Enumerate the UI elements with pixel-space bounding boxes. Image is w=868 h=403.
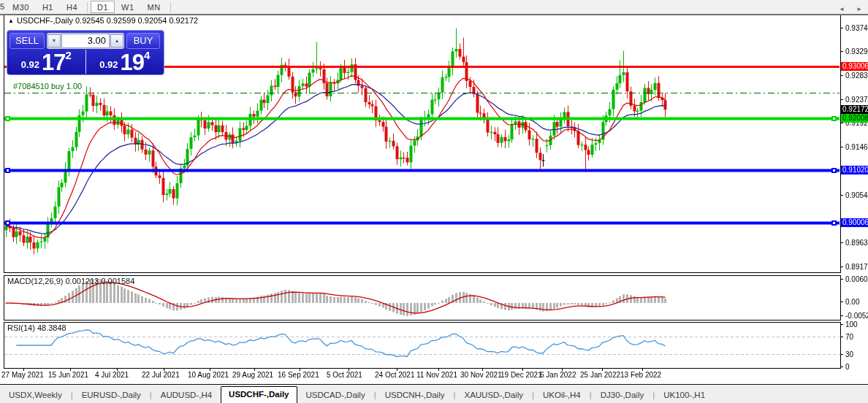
price-badge: 0.90006 <box>841 218 868 227</box>
sell-price-pip: 2 <box>65 50 71 61</box>
sell-button[interactable]: SELL <box>9 33 45 49</box>
date-label: 25 Jan 2022 <box>580 371 620 379</box>
rsi-tick-label: 100 <box>845 321 858 329</box>
price-tick-label: 0.93290 <box>845 47 868 55</box>
rsi-tick-label: 70 <box>845 333 853 341</box>
one-click-trading-panel: SELL ▾ ▴ BUY 0.92 17 2 0.92 19 4 <box>7 30 164 75</box>
date-label: 19 Dec 2021 <box>500 371 542 379</box>
buy-price-base: 0.92 <box>99 58 118 72</box>
date-label: 6 Jan 2022 <box>540 371 576 379</box>
arrow-down-icon: ▾ <box>53 37 56 44</box>
price-badge: 0.91020 <box>841 166 868 174</box>
sell-price-base: 0.92 <box>21 58 39 72</box>
macd-tick-label: -0.00522 <box>845 312 868 320</box>
timeframe-button-m30[interactable]: M30 <box>6 1 36 13</box>
chart-tab-usdcnh-daily[interactable]: USDCNH-,Daily <box>376 388 454 403</box>
buy-price-big: 19 <box>120 53 143 72</box>
sell-price[interactable]: 0.92 17 2 <box>7 50 85 74</box>
sell-price-big: 17 <box>42 53 65 72</box>
chart-tabs-bar: USDX,Weekly|EURUSD-,Daily|AUDUSD-,H4USDC… <box>0 384 868 403</box>
chart-title-text: USDCHF-,Daily 0.92545 0.92599 0.92054 0.… <box>17 16 198 25</box>
date-label: 13 Feb 2022 <box>620 371 661 379</box>
timeframe-button-mn[interactable]: MN <box>141 1 167 13</box>
volume-spinner: ▾ ▴ <box>47 33 124 49</box>
timeframe-button-h4[interactable]: H4 <box>60 1 84 13</box>
price-tick-label: 0.91460 <box>845 143 868 151</box>
chart-title: ▲USDCHF-,Daily 0.92545 0.92599 0.92054 0… <box>8 16 198 25</box>
date-label: 22 Jul 2021 <box>142 371 180 379</box>
arrow-up-icon: ▴ <box>115 37 118 44</box>
date-label: 5 Oct 2021 <box>327 371 362 379</box>
toolbar-separator <box>87 2 88 12</box>
timeframe-button-w1[interactable]: W1 <box>115 1 141 13</box>
timeframe-button-h1[interactable]: H1 <box>36 1 60 13</box>
buy-button[interactable]: BUY <box>126 33 160 49</box>
volume-increase-button[interactable]: ▴ <box>110 34 123 47</box>
rsi-tick-label: 30 <box>845 350 853 358</box>
price-tick-label: 0.89630 <box>845 239 868 247</box>
tab-scroll-right-icon[interactable]: ► <box>856 6 862 12</box>
collapse-triangle-icon[interactable]: ▲ <box>8 18 14 24</box>
date-label: 29 Aug 2021 <box>232 371 273 379</box>
price-tick-label: 0.92830 <box>845 72 868 80</box>
rsi-tick-label: 0 <box>845 363 850 371</box>
price-badge: 0.93006 <box>841 62 868 71</box>
chart-tab-xauusd-daily[interactable]: XAUUSD-,Daily <box>455 388 532 403</box>
chart-tab-usdchf-daily[interactable]: USDCHF-,Daily <box>221 386 297 403</box>
date-label: 11 Nov 2021 <box>416 371 457 379</box>
trade-panel-prices: 0.92 17 2 0.92 19 4 <box>7 50 164 74</box>
price-tick-label: 0.92370 <box>845 96 868 104</box>
open-order-label: #7084510 buy 1.00 <box>13 82 82 91</box>
macd-tick-label: 0.006038 <box>845 275 868 283</box>
volume-input[interactable] <box>61 34 110 48</box>
price-badge: 0.92172 <box>841 105 868 114</box>
price-tick-label: 0.90540 <box>845 191 868 199</box>
date-label: 4 Jul 2021 <box>95 371 129 379</box>
tab-scroll-arrows: ◄ ► <box>829 6 862 12</box>
timeframe-button-partial[interactable]: 5 <box>0 1 6 13</box>
buy-price[interactable]: 0.92 19 4 <box>85 50 164 74</box>
chart-tab-usdx-weekly[interactable]: USDX,Weekly <box>0 388 71 403</box>
trade-panel-controls: SELL ▾ ▴ BUY <box>7 31 164 50</box>
chart-tab-eurusd-daily[interactable]: EURUSD-,Daily <box>73 388 150 403</box>
chart-tab-dj30-daily[interactable]: DJ30-,Daily <box>592 388 652 403</box>
date-label: 10 Aug 2021 <box>188 371 229 379</box>
date-label: 16 Sep 2021 <box>278 371 319 379</box>
timeframe-toolbar: 5M30H1H4D1W1MN <box>0 0 868 15</box>
timeframe-button-d1[interactable]: D1 <box>91 1 115 13</box>
macd-tick-label: 0.00 <box>845 298 859 306</box>
volume-decrease-button[interactable]: ▾ <box>47 34 61 47</box>
chart-tab-audusd-h4[interactable]: AUDUSD-,H4 <box>152 388 221 403</box>
buy-price-pip: 4 <box>144 50 150 61</box>
date-label: 15 Jun 2021 <box>48 371 88 379</box>
rsi-indicator-label: RSI(14) 48.3848 <box>7 323 66 332</box>
date-label: 30 Nov 2021 <box>460 371 502 379</box>
chart-tab-usdcad-daily[interactable]: USDCAD-,Daily <box>297 388 374 403</box>
date-label: 24 Oct 2021 <box>375 371 414 379</box>
price-tick-label: 0.93740 <box>845 24 868 32</box>
price-badge: 0.92008 <box>841 114 868 123</box>
tab-scroll-left-icon[interactable]: ◄ <box>839 6 845 12</box>
date-label: 27 May 2021 <box>1 371 44 379</box>
toolbar-separator <box>170 2 171 12</box>
macd-indicator-label: MACD(12,26,9) 0.001213 0.001584 <box>7 277 134 285</box>
price-tick-label: 0.89170 <box>845 263 868 271</box>
chart-tab-uk100-h1[interactable]: UK100-,H1 <box>655 388 714 403</box>
chart-tab-ukoil-h4[interactable]: UKOil-,H4 <box>534 388 590 403</box>
